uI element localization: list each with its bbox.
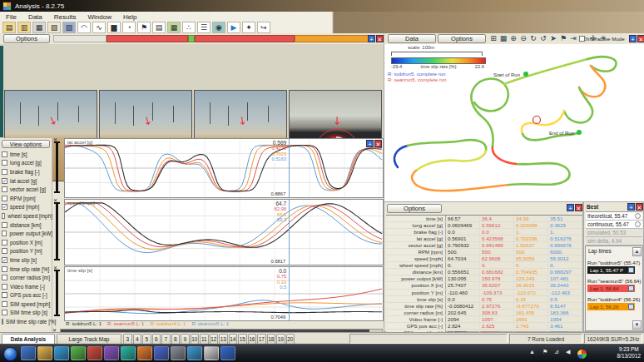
taskbar-app-2[interactable]	[37, 346, 52, 360]
best-row[interactable]: sim delta, 4.94	[586, 237, 642, 245]
tab-lap-14[interactable]: 14	[229, 334, 238, 344]
interactive-mode-checkbox[interactable]	[579, 36, 585, 42]
axis-range-slider[interactable]	[56, 204, 58, 259]
best-row[interactable]: continuous, 55.47	[586, 221, 642, 229]
best-radio-icon[interactable]	[635, 213, 641, 219]
tab-lap-19[interactable]: 19	[276, 334, 285, 344]
checkbox-icon[interactable]	[2, 284, 7, 290]
taskbar-app-3[interactable]	[54, 346, 69, 360]
axis-range-slider[interactable]	[56, 271, 58, 315]
finish-flag-icon[interactable]: ⚑	[137, 22, 151, 33]
taskbar-app-5[interactable]	[87, 346, 102, 360]
tab-lap-16[interactable]: 16	[248, 334, 257, 344]
best-close-icon[interactable]: ✕	[636, 203, 643, 211]
checkbox-icon[interactable]: ✓	[2, 257, 7, 263]
video-options-button[interactable]: Options	[3, 34, 50, 43]
taskbar-app-12[interactable]	[204, 346, 219, 360]
tab-data-analysis[interactable]: Data Analysis	[2, 334, 55, 344]
cursor-marker[interactable]	[533, 117, 541, 124]
taskbar-app-4[interactable]	[71, 346, 86, 360]
tab-lap-3[interactable]: 3	[123, 334, 132, 344]
tab-lap-13[interactable]: 13	[219, 334, 228, 344]
flag-marker-icon[interactable]: ⚑	[558, 33, 568, 43]
antivirus-icon[interactable]	[577, 350, 587, 359]
map-close-icon[interactable]: ✕	[637, 35, 644, 42]
menu-data[interactable]: Data	[22, 13, 48, 21]
checkbox-icon[interactable]	[2, 310, 7, 315]
view-option-vector-accel-g-[interactable]: vector accel [g]	[0, 185, 52, 194]
taskbar-app-13[interactable]	[220, 346, 235, 360]
tab-lap-18[interactable]: 18	[267, 334, 276, 344]
track-map[interactable]: Start of Run End of Run scale: 100m -29.…	[384, 44, 644, 201]
volume-icon[interactable]: ◀	[566, 349, 570, 355]
timeline-segment-1[interactable]	[53, 35, 107, 42]
tab-lap-4[interactable]: 4	[133, 334, 142, 344]
checkbox-icon[interactable]	[2, 169, 7, 175]
chart-cursor[interactable]	[289, 267, 290, 320]
checkbox-icon[interactable]	[2, 266, 7, 272]
taskbar-app-9[interactable]	[154, 346, 169, 360]
view-option-time-slip-s-[interactable]: ✓time slip [s]	[0, 255, 52, 265]
fit-view-icon[interactable]: ▦	[498, 33, 508, 43]
rotate-cw-icon[interactable]: ↻	[528, 33, 538, 43]
tab-lap-7[interactable]: 7	[161, 334, 171, 344]
table-options-button[interactable]: Options	[387, 204, 442, 213]
tab-lap-10[interactable]: 10	[191, 334, 200, 344]
tab-lap-15[interactable]: 15	[238, 334, 247, 344]
best-row[interactable]: simulated, 50.53	[586, 229, 642, 237]
view-option-brake-flag-[interactable]: brake flag [-]	[0, 167, 52, 176]
chart-cursor[interactable]	[289, 139, 290, 197]
checkbox-icon[interactable]	[2, 196, 7, 201]
tab-lap-8[interactable]: 8	[171, 334, 181, 344]
checkbox-icon[interactable]	[2, 213, 5, 219]
tab-lap-5[interactable]: 5	[142, 334, 151, 344]
tab-lap-11[interactable]: 11	[200, 334, 209, 344]
import-data-icon[interactable]: ▥	[17, 22, 31, 33]
lap-bar-marker-icon[interactable]	[628, 304, 634, 310]
tab-lap-12[interactable]: 12	[210, 334, 219, 344]
map-tab-data[interactable]: Data	[388, 34, 436, 43]
best-add-icon[interactable]: +	[627, 203, 635, 211]
checkbox-icon[interactable]	[2, 151, 7, 157]
zoom-window-icon[interactable]: ⊞	[488, 33, 498, 43]
taskbar-app-10[interactable]	[171, 346, 186, 360]
tray-expand-icon[interactable]: ▲	[529, 349, 535, 355]
checkbox-icon[interactable]	[2, 275, 7, 280]
tab-lap-6[interactable]: 6	[152, 334, 161, 344]
checkbox-icon[interactable]	[2, 240, 7, 245]
chart-axis-gutter-2[interactable]: ✕	[52, 199, 63, 265]
best-row[interactable]: theoretical, 55.47	[586, 212, 642, 221]
tab-lap-17[interactable]: 17	[257, 334, 266, 344]
checkbox-icon[interactable]	[2, 292, 7, 298]
view-option-sim-time-slip-s-[interactable]: SIM time slip [s]	[0, 309, 52, 318]
save-image-icon[interactable]: ▨	[62, 22, 76, 33]
view-option-sim-speed-mph-[interactable]: SIM speed [mph]	[0, 300, 52, 309]
view-option-time-s-[interactable]: time [s]	[0, 150, 52, 159]
tools-icon[interactable]: ✦	[242, 22, 255, 33]
results-list-icon[interactable]: ☰	[197, 22, 211, 33]
track-editor-icon[interactable]: ◠	[77, 22, 91, 33]
taskbar-app-8[interactable]	[137, 346, 152, 360]
chart-add-icon[interactable]: +	[366, 140, 374, 147]
chart-axis-gutter-3[interactable]: ✕	[52, 266, 63, 321]
action-center-icon[interactable]: ⚑	[542, 349, 547, 355]
panel-close-icon[interactable]: ✕	[376, 35, 384, 42]
map-view-icon[interactable]: ▦	[167, 22, 181, 33]
zoom-in-icon[interactable]: ⊕	[508, 33, 518, 43]
bar-chart-icon[interactable]: ▆	[107, 22, 121, 33]
checkbox-icon[interactable]: ✓	[2, 178, 7, 184]
tab-large-track-map[interactable]: Large Track Map	[57, 334, 121, 344]
lap-bar-marker-icon[interactable]	[628, 285, 634, 291]
menu-results[interactable]: Results	[48, 13, 82, 21]
laps-scroll-down-icon[interactable]: ▼	[632, 320, 642, 330]
view-option-long-accel-g-[interactable]: long accel [g]	[0, 159, 52, 168]
checkbox-icon[interactable]	[2, 160, 7, 166]
timeline-segment-2[interactable]	[107, 35, 188, 42]
video-play-icon[interactable]: ▶	[227, 22, 240, 33]
jump-end-icon[interactable]: ⇥	[568, 33, 578, 43]
taskbar-app-1[interactable]	[21, 346, 36, 360]
best-radio-icon[interactable]	[635, 221, 641, 227]
line-graph-icon[interactable]: ∿	[92, 22, 106, 33]
timeline-segment-3[interactable]	[188, 35, 195, 42]
map-add-icon[interactable]: +	[629, 35, 637, 42]
